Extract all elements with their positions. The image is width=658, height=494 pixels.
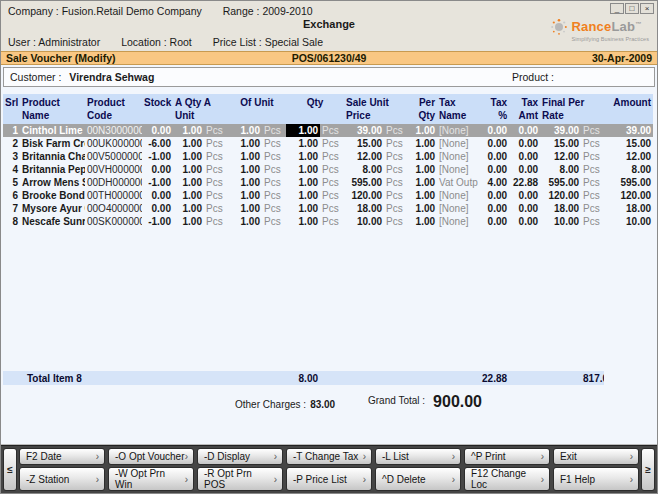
maximize-button[interactable]: □ <box>625 3 639 14</box>
cell-product-name: Nescafe Sunrise <box>20 215 85 228</box>
cell-price: 15.00 <box>344 137 384 150</box>
chevron-right-icon: › <box>630 474 633 485</box>
cell-stock: 0.00 <box>142 163 173 176</box>
function-button[interactable]: ^D Delete › <box>375 467 461 491</box>
cell-tax-pct: 0.00 <box>478 124 509 137</box>
cell-product-name: Britannia Peppe <box>20 163 85 176</box>
cell-qty-unit: Pcs <box>320 137 344 150</box>
cell-qty-unit: Pcs <box>320 202 344 215</box>
function-button[interactable]: -Z Station › <box>19 467 105 491</box>
chevron-right-icon: › <box>630 451 633 462</box>
cell-a-unit: Pcs <box>204 215 228 228</box>
minimize-button[interactable]: _ <box>610 3 624 14</box>
close-button[interactable]: × <box>640 3 654 14</box>
cell-qty[interactable]: 1.00 <box>286 189 320 202</box>
chevron-right-icon: › <box>185 451 188 462</box>
cell-product-name: Brooke Bond.t.m <box>20 189 85 202</box>
cell-product-code: 00UK0000001 <box>85 137 142 150</box>
function-button[interactable]: -D Display › <box>197 448 283 465</box>
cell-product-name: Cinthol Lime Fre <box>20 124 85 137</box>
pricelist-label: Price List : <box>213 36 262 48</box>
cell-final-rate: 18.00 <box>540 202 581 215</box>
cell-of-qty: 1.00 <box>228 176 262 189</box>
cell-of-unit: Pcs <box>262 189 286 202</box>
cell-a-qty: 1.00 <box>173 163 204 176</box>
customer-field[interactable]: Customer :Virendra Sehwag Product : <box>3 67 655 87</box>
cell-tax-name: [None] <box>437 150 478 163</box>
cell-amount: 10.00 <box>604 215 653 228</box>
cell-tax-name: [None] <box>437 189 478 202</box>
item-row[interactable]: 4 Britannia Peppe 00VH0000001 0.00 1.00 … <box>3 163 653 176</box>
cell-of-unit: Pcs <box>262 150 286 163</box>
chevron-right-icon: › <box>363 474 366 485</box>
cell-tax-name: [None] <box>437 124 478 137</box>
cell-qty-unit: Pcs <box>320 176 344 189</box>
chevron-right-icon: › <box>541 451 544 462</box>
header-product-name: Product Name <box>20 94 85 124</box>
function-button[interactable]: -W Opt Prn Win › <box>108 467 194 491</box>
function-button[interactable]: F2 Date › <box>19 448 105 465</box>
cell-per-qty: 1.00 <box>408 137 437 150</box>
item-row[interactable]: 2 Bisk Farm Crean 00UK0000001 -6.00 1.00… <box>3 137 653 150</box>
function-button[interactable]: -L List › <box>375 448 461 465</box>
item-row[interactable]: 6 Brooke Bond.t.m 00TH0000001 0.00 1.00 … <box>3 189 653 202</box>
function-button[interactable]: -O Opt Voucher › <box>108 448 194 465</box>
cell-tax-name: [None] <box>437 163 478 176</box>
cell-qty[interactable]: 1.00 <box>286 202 320 215</box>
cell-qty[interactable]: 1.00 <box>286 137 320 150</box>
header-tax-amt: Tax Amt <box>509 94 540 124</box>
cell-a-qty: 1.00 <box>173 176 204 189</box>
item-row[interactable]: 3 Britannia Chatpa 00V50000001 -1.00 1.0… <box>3 150 653 163</box>
item-row[interactable]: 5 Arrow Mens Shir 00DH0000001 -1.00 1.00… <box>3 176 653 189</box>
voucher-title: Sale Voucher (Modify) <box>1 52 292 64</box>
cell-qty[interactable]: 1.00 <box>286 124 320 137</box>
function-button[interactable]: Exit › <box>553 448 639 465</box>
chevron-right-icon: › <box>96 451 99 462</box>
cell-final-rate: 8.00 <box>540 163 581 176</box>
cell-product-code: 00SK0000001 <box>85 215 142 228</box>
cell-price-unit: Pcs <box>384 215 408 228</box>
cell-srl: 3 <box>3 150 20 163</box>
cell-qty[interactable]: 1.00 <box>286 176 320 189</box>
cell-qty[interactable]: 1.00 <box>286 163 320 176</box>
voucher-content: Customer :Virendra Sehwag Product : Srl … <box>1 65 657 445</box>
function-button[interactable]: F12 Change Loc › <box>464 467 550 491</box>
cell-tax-pct: 4.00 <box>478 176 509 189</box>
function-button[interactable]: ^P Print › <box>464 448 550 465</box>
header-final-per-rate: Final Per Rate <box>540 94 604 124</box>
header-stock: Stock <box>142 94 173 124</box>
function-button-label: -R Opt Prn POS <box>204 468 274 490</box>
cell-stock: 0.00 <box>142 124 173 137</box>
cell-stock: -6.00 <box>142 137 173 150</box>
cell-tax-pct: 0.00 <box>478 137 509 150</box>
chevron-right-icon: › <box>452 474 455 485</box>
cell-product-code: 00TH0000001 <box>85 189 142 202</box>
cell-product-name: Britannia Chatpa <box>20 150 85 163</box>
item-row[interactable]: 7 Mysore Ayur Car 00O40000001 0.00 1.00 … <box>3 202 653 215</box>
item-row[interactable]: 1 Cinthol Lime Fre 00N30000001 0.00 1.00… <box>3 124 653 137</box>
item-row[interactable]: 8 Nescafe Sunrise 00SK0000001 -1.00 1.00… <box>3 215 653 228</box>
company-range-line: Company : Fusion.Retail Demo Company Ran… <box>8 5 331 17</box>
cell-qty-unit: Pcs <box>320 189 344 202</box>
cell-qty[interactable]: 1.00 <box>286 150 320 163</box>
function-button-bar: ≤ F2 Date › -O Opt Voucher › -D Display <box>1 445 657 493</box>
summary-line: Other Charges :83.00 Grand Total :900.00 <box>3 393 655 419</box>
function-button[interactable]: -T Change Tax › <box>286 448 372 465</box>
pricelist-value: Special Sale <box>265 36 323 48</box>
cell-price: 595.00 <box>344 176 384 189</box>
scroll-right-button[interactable]: ≥ <box>641 448 655 491</box>
cell-price-unit: Pcs <box>384 163 408 176</box>
scroll-left-button[interactable]: ≤ <box>3 448 17 491</box>
function-button-label: -Z Station <box>26 474 69 485</box>
cell-stock: -1.00 <box>142 215 173 228</box>
cell-tax-pct: 0.00 <box>478 150 509 163</box>
user-location-line: User : Administrator Location : Root Pri… <box>8 36 341 48</box>
customer-label: Customer : <box>10 71 61 83</box>
function-button[interactable]: F1 Help › <box>553 467 639 491</box>
cell-amount: 8.00 <box>604 163 653 176</box>
function-button[interactable]: -P Price List › <box>286 467 372 491</box>
cell-of-unit: Pcs <box>262 202 286 215</box>
function-button[interactable]: -R Opt Prn POS › <box>197 467 283 491</box>
cell-of-unit: Pcs <box>262 137 286 150</box>
cell-qty[interactable]: 1.00 <box>286 215 320 228</box>
